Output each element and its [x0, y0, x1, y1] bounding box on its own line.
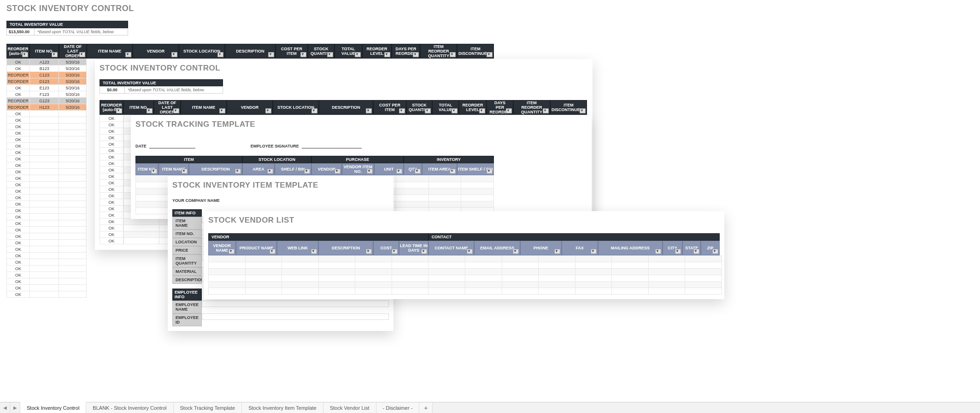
table-row[interactable]: OK: [7, 136, 87, 143]
sub-itemname[interactable]: ITEM NAME: [158, 163, 189, 175]
table-row[interactable]: OK: [7, 201, 87, 207]
filter-icon[interactable]: [543, 108, 549, 113]
sub-contactname[interactable]: CONTACT NAME: [428, 241, 475, 255]
filter-icon[interactable]: [591, 249, 597, 254]
filter-icon[interactable]: [171, 52, 177, 57]
filter-icon[interactable]: [22, 52, 28, 57]
table-row[interactable]: OKA1235/20/16: [7, 59, 87, 65]
col-stockloc[interactable]: STOCK LOCATION: [179, 44, 225, 59]
filter-icon[interactable]: [513, 249, 519, 254]
grid-row[interactable]: [209, 288, 722, 295]
table-row[interactable]: OK: [100, 122, 123, 128]
table-row[interactable]: REORDERC1235/20/16: [7, 72, 87, 78]
table-row[interactable]: REORDERG1235/20/16: [7, 98, 87, 104]
signature-input-line[interactable]: [302, 142, 362, 148]
sub-unit[interactable]: UNIT: [374, 163, 404, 175]
table-row[interactable]: OK: [7, 272, 87, 278]
table-row[interactable]: OK: [100, 238, 123, 244]
table-row[interactable]: OK: [7, 175, 87, 182]
filter-icon[interactable]: [450, 169, 456, 174]
sub-zip[interactable]: ZIP: [701, 241, 720, 255]
col-date[interactable]: DATE OF LAST ORDER: [154, 100, 181, 115]
sub-product[interactable]: PRODUCT NAME: [236, 241, 277, 255]
sub-leadtime[interactable]: LEAD TIME IN DAYS: [399, 241, 428, 255]
sub-cost[interactable]: COST: [373, 241, 399, 255]
data-table[interactable]: OKA1235/20/16OKB1235/20/16REORDERC1235/2…: [6, 59, 87, 298]
grid-row[interactable]: [209, 269, 722, 275]
table-row[interactable]: OK: [100, 141, 123, 148]
table-row[interactable]: OK: [100, 115, 123, 122]
table-row[interactable]: OK: [100, 135, 123, 141]
filter-icon[interactable]: [151, 169, 157, 174]
sub-phone[interactable]: PHONE: [520, 241, 562, 255]
table-row[interactable]: REORDERH1235/20/16: [7, 104, 87, 111]
table-row[interactable]: OK: [100, 231, 123, 238]
table-row[interactable]: OK: [7, 188, 87, 195]
filter-icon[interactable]: [147, 108, 153, 113]
grid-row[interactable]: [209, 256, 722, 262]
tab-tracking[interactable]: Stock Tracking Template: [174, 402, 242, 413]
table-row[interactable]: OK: [7, 246, 87, 253]
filter-icon[interactable]: [450, 52, 456, 57]
filter-icon[interactable]: [270, 249, 276, 254]
filter-icon[interactable]: [311, 108, 317, 113]
filter-icon[interactable]: [399, 108, 405, 113]
filter-icon[interactable]: [366, 249, 372, 254]
filter-icon[interactable]: [580, 108, 586, 113]
filter-icon[interactable]: [452, 108, 458, 113]
filter-icon[interactable]: [693, 249, 699, 254]
table-row[interactable]: OK: [7, 130, 87, 136]
table-row[interactable]: OK: [7, 291, 87, 298]
filter-icon[interactable]: [421, 249, 427, 254]
grid-cells[interactable]: [208, 255, 722, 295]
col-daysper[interactable]: DAYS PER REORDER: [392, 44, 420, 59]
col-discont[interactable]: ITEM DISCONTINUED?: [550, 100, 587, 115]
table-row[interactable]: OK: [7, 162, 87, 169]
sub-itemshelf[interactable]: ITEM SHELF / BIN: [457, 163, 494, 175]
col-itemno[interactable]: ITEM NO.: [29, 44, 59, 59]
table-row[interactable]: OK: [7, 195, 87, 201]
col-reorderlvl[interactable]: REORDER LEVEL: [459, 100, 487, 115]
sub-state[interactable]: STATE: [682, 241, 701, 255]
table-row[interactable]: OK: [7, 220, 87, 227]
filter-icon[interactable]: [268, 52, 274, 57]
filter-icon[interactable]: [355, 52, 361, 57]
filter-icon[interactable]: [116, 108, 122, 113]
table-row[interactable]: OK: [7, 117, 87, 124]
grid-row[interactable]: [209, 275, 722, 282]
table-row[interactable]: OK: [100, 154, 123, 160]
form-value[interactable]: [202, 313, 389, 320]
filter-icon[interactable]: [267, 169, 273, 174]
table-row[interactable]: OK: [100, 206, 123, 212]
tab-disclaimer[interactable]: - Disclaimer -: [376, 402, 420, 413]
col-vendor[interactable]: VENDOR: [133, 44, 179, 59]
table-row[interactable]: OK: [7, 207, 87, 214]
col-reorderqty[interactable]: ITEM REORDER QUANTITY: [420, 44, 457, 59]
sub-vendorname[interactable]: VENDOR NAME: [208, 241, 236, 255]
table-row[interactable]: OK: [100, 212, 123, 218]
filter-icon[interactable]: [396, 169, 402, 174]
table-row[interactable]: OK: [100, 160, 123, 167]
table-row[interactable]: OK: [7, 149, 87, 156]
sub-fax[interactable]: FAX: [562, 241, 599, 255]
col-cost[interactable]: COST PER ITEM: [373, 100, 406, 115]
table-row[interactable]: OK: [7, 259, 87, 266]
sub-area[interactable]: AREA: [242, 163, 275, 175]
table-row[interactable]: OK: [7, 253, 87, 259]
sub-desc[interactable]: DESCRIPTION: [189, 163, 242, 175]
filter-icon[interactable]: [487, 169, 493, 174]
filter-icon[interactable]: [366, 108, 372, 113]
sub-vendoritem[interactable]: VENDOR ITEM NO.: [342, 163, 374, 175]
filter-icon[interactable]: [487, 52, 493, 57]
date-input-line[interactable]: [149, 142, 195, 148]
filter-icon[interactable]: [300, 52, 306, 57]
col-stockloc[interactable]: STOCK LOCATION: [273, 100, 319, 115]
sub-email[interactable]: EMAIL ADDRESS: [474, 241, 520, 255]
table-row[interactable]: OK: [100, 218, 123, 225]
table-row[interactable]: OK: [100, 128, 123, 135]
col-date[interactable]: DATE OF LAST ORDER: [59, 44, 87, 59]
filter-icon[interactable]: [327, 52, 333, 57]
filter-icon[interactable]: [219, 108, 225, 113]
table-row[interactable]: OK: [7, 169, 87, 175]
filter-icon[interactable]: [384, 52, 390, 57]
